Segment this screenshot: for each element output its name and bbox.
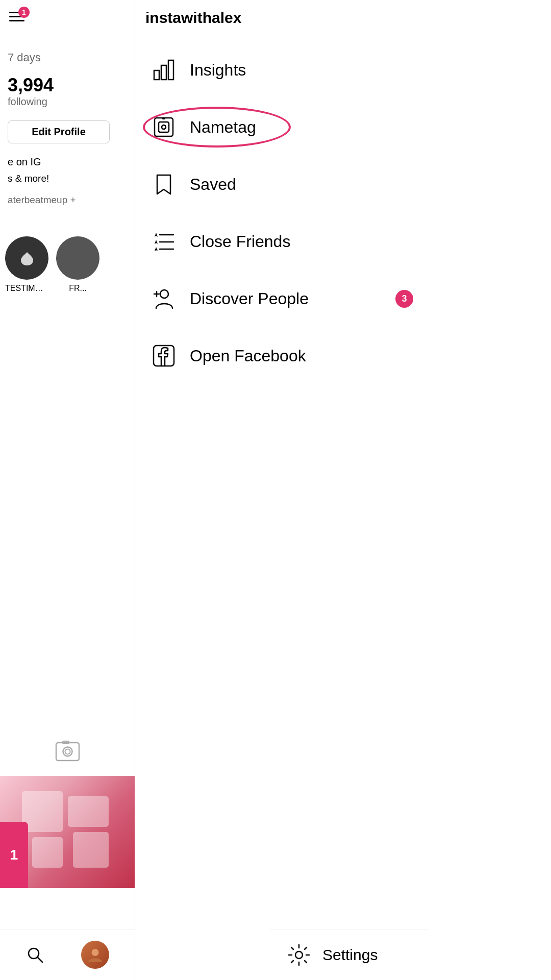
bar-chart-icon — [151, 57, 177, 83]
svg-marker-20 — [155, 240, 158, 244]
facebook-icon — [151, 342, 177, 369]
days-label: 7 days — [8, 51, 127, 64]
left-bottom-area: 1 — [0, 727, 135, 888]
left-profile-panel: 1 7 days 3,994 following Edit Profile e … — [0, 0, 135, 980]
nametag-icon — [151, 114, 177, 140]
highlights-row: TESTIMONI... FR... — [0, 231, 135, 298]
settings-icon — [286, 942, 312, 968]
bottom-nav-left — [0, 929, 135, 980]
highlight-label-1: FR... — [69, 284, 87, 293]
highlight-label-0: TESTIMONI... — [5, 284, 48, 293]
count-badge: 1 — [0, 822, 28, 888]
menu-item-nametag[interactable]: Nametag — [135, 99, 429, 156]
add-person-icon — [151, 285, 177, 312]
highlight-item-0[interactable]: TESTIMONI... — [5, 236, 48, 293]
svg-marker-22 — [155, 247, 158, 251]
svg-point-10 — [92, 949, 99, 956]
hamburger-button[interactable]: 1 — [5, 8, 29, 26]
menu-item-discover-people[interactable]: Discover People 3 — [135, 270, 429, 327]
close-friends-icon — [151, 228, 177, 255]
svg-rect-14 — [155, 118, 173, 136]
photo-icon — [54, 738, 82, 766]
menu-item-saved[interactable]: Saved — [135, 156, 429, 213]
menu-label-insights: Insights — [190, 61, 246, 80]
settings-area[interactable]: Settings — [270, 929, 429, 980]
following-label: following — [8, 96, 127, 108]
svg-rect-17 — [162, 118, 165, 119]
profile-stats: 7 days 3,994 following Edit Profile e on… — [0, 36, 135, 231]
svg-point-16 — [162, 125, 166, 129]
right-menu-panel: instawithalex Insights — [135, 0, 429, 980]
svg-rect-12 — [161, 65, 166, 80]
svg-point-1 — [63, 747, 72, 756]
bookmark-icon — [151, 171, 177, 198]
svg-marker-18 — [155, 233, 158, 237]
menu-header: instawithalex — [135, 0, 429, 36]
following-count: 3,994 — [8, 75, 127, 96]
highlight-circle-0 — [5, 236, 48, 280]
menu-item-close-friends[interactable]: Close Friends — [135, 213, 429, 270]
svg-rect-27 — [154, 346, 174, 366]
menu-list: Insights Nametag Saved — [135, 41, 429, 384]
tagged-link[interactable]: aterbeatmeup + — [8, 194, 127, 206]
svg-rect-0 — [56, 743, 79, 761]
menu-label-saved: Saved — [190, 175, 236, 194]
svg-rect-5 — [68, 796, 109, 827]
svg-point-28 — [295, 951, 303, 959]
edit-profile-button[interactable]: Edit Profile — [8, 120, 110, 143]
bio-line1: e on IG — [8, 156, 127, 168]
menu-item-open-facebook[interactable]: Open Facebook — [135, 327, 429, 384]
photo-icon-area — [0, 727, 135, 776]
header-username: instawithalex — [145, 9, 241, 27]
svg-point-2 — [65, 749, 70, 754]
svg-rect-6 — [32, 837, 63, 868]
bio-line2: s & more! — [8, 173, 127, 184]
menu-label-close-friends: Close Friends — [190, 232, 290, 251]
menu-label-open-facebook: Open Facebook — [190, 347, 306, 365]
discover-people-badge: 3 — [395, 290, 413, 308]
highlight-item-1[interactable]: FR... — [56, 236, 99, 293]
bottom-image-strip: 1 — [0, 776, 135, 888]
settings-label: Settings — [322, 946, 378, 964]
nav-avatar[interactable] — [81, 941, 109, 969]
following-stat: 3,994 following — [8, 75, 127, 108]
svg-rect-7 — [73, 832, 109, 868]
svg-rect-11 — [154, 70, 159, 80]
menu-item-insights[interactable]: Insights — [135, 41, 429, 99]
svg-rect-13 — [168, 60, 173, 80]
menu-label-nametag: Nametag — [190, 118, 256, 137]
hamburger-badge: 1 — [18, 7, 30, 18]
svg-point-24 — [160, 290, 168, 298]
menu-label-discover-people: Discover People — [190, 289, 309, 308]
hamburger-area[interactable]: 1 — [5, 8, 29, 26]
hamburger-bar-3 — [9, 20, 24, 21]
nav-search-icon[interactable] — [26, 946, 44, 964]
svg-rect-15 — [159, 122, 169, 132]
svg-line-9 — [37, 957, 42, 962]
highlight-circle-1 — [56, 236, 99, 280]
